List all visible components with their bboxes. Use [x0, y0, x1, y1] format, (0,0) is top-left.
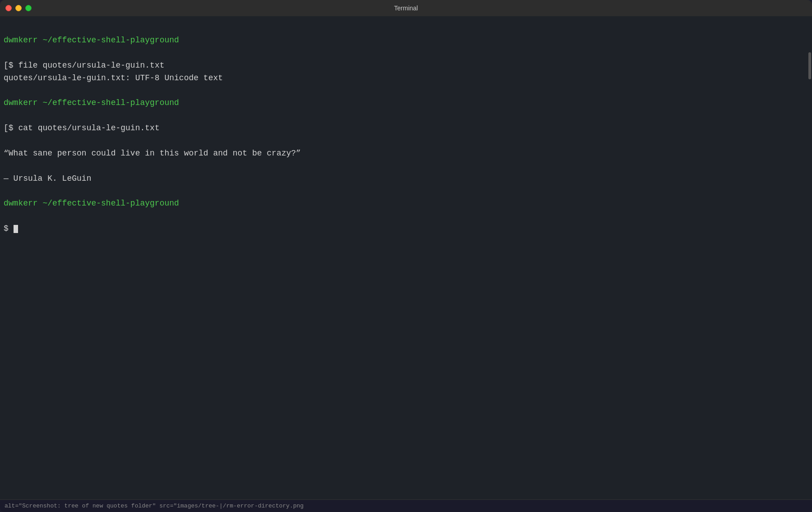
traffic-lights: [5, 5, 32, 11]
bottom-bar: alt="Screenshot: tree of new quotes fold…: [0, 499, 812, 512]
terminal-window: Terminal dwmkerr ~/effective-shell-playg…: [0, 0, 812, 512]
prompt-dollar-1: [$ file quotes/ursula-le-guin.txt: [4, 61, 164, 70]
prompt-user-2: dwmkerr ~/effective-shell-playground: [4, 98, 179, 107]
cursor: [14, 225, 18, 233]
maximize-button[interactable]: [25, 5, 32, 11]
output-1: quotes/ursula-le-guin.txt: UTF-8 Unicode…: [4, 73, 223, 82]
scrollbar[interactable]: [806, 16, 812, 499]
close-button[interactable]: [5, 5, 12, 11]
scrollbar-thumb[interactable]: [808, 52, 811, 79]
minimize-button[interactable]: [15, 5, 22, 11]
bottom-status-text: alt="Screenshot: tree of new quotes fold…: [5, 503, 304, 509]
window-title: Terminal: [394, 5, 418, 12]
prompt-user-1: dwmkerr ~/effective-shell-playground: [4, 36, 179, 45]
terminal-output: dwmkerr ~/effective-shell-playground [$ …: [4, 22, 808, 248]
output-attribution: — Ursula K. LeGuin: [4, 174, 91, 183]
title-bar: Terminal: [0, 0, 812, 16]
prompt-user-3: dwmkerr ~/effective-shell-playground: [4, 199, 179, 208]
prompt-dollar-2: [$ cat quotes/ursula-le-guin.txt: [4, 123, 160, 133]
output-quote: “What sane person could live in this wor…: [4, 149, 301, 158]
prompt-dollar-3: $: [4, 224, 18, 233]
terminal-body[interactable]: dwmkerr ~/effective-shell-playground [$ …: [0, 16, 812, 499]
